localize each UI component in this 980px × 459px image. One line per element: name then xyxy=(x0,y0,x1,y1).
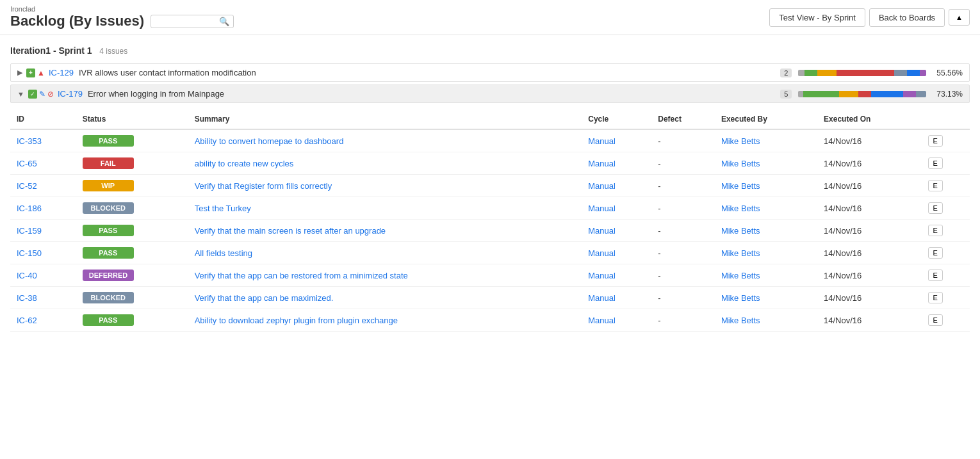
status-badge: PASS xyxy=(83,225,134,236)
content: Iteration1 - Sprint 1 4 issues ▶ + ▲ IC-… xyxy=(0,35,980,342)
cell-edit[interactable]: E xyxy=(922,175,970,197)
issue-id-ic129[interactable]: IC-129 xyxy=(49,68,74,77)
test-cases-table: ID Status Summary Cycle Defect Executed … xyxy=(10,109,970,332)
test-view-by-sprint-button[interactable]: Test View - By Sprint xyxy=(769,8,865,27)
edit-button[interactable]: E xyxy=(928,292,943,303)
cell-executed-by: Mike Betts xyxy=(715,264,817,287)
cell-executed-on: 14/Nov/16 xyxy=(817,129,921,152)
toggle-ic179[interactable]: ▼ xyxy=(17,90,24,98)
cell-summary: Verify that the app can be maximized. xyxy=(188,287,582,309)
cell-summary: ability to create new cycles xyxy=(188,152,582,175)
cell-executed-on: 14/Nov/16 xyxy=(817,220,921,242)
cell-id[interactable]: IC-150 xyxy=(10,242,76,264)
cell-executed-by: Mike Betts xyxy=(715,309,817,332)
issue-row-ic179[interactable]: ▼ ✓ ✎ ⊘ IC-179 Error when logging in fro… xyxy=(10,85,970,103)
cell-id[interactable]: IC-159 xyxy=(10,220,76,242)
search-input[interactable] xyxy=(155,17,219,26)
cell-defect: - xyxy=(651,152,715,175)
cell-cycle[interactable]: Manual xyxy=(582,129,651,152)
cell-defect: - xyxy=(651,242,715,264)
issue-row-right-ic179: 5 73.13% xyxy=(780,90,963,99)
edit-button[interactable]: E xyxy=(928,135,943,147)
edit-button[interactable]: E xyxy=(928,225,943,236)
toggle-ic129[interactable]: ▶ xyxy=(17,68,22,77)
cell-id[interactable]: IC-186 xyxy=(10,197,76,220)
cell-cycle[interactable]: Manual xyxy=(582,264,651,287)
cell-executed-on: 14/Nov/16 xyxy=(817,287,921,309)
edit-button[interactable]: E xyxy=(928,157,943,169)
cell-executed-on: 14/Nov/16 xyxy=(817,309,921,332)
cell-status: PASS xyxy=(76,309,188,332)
cell-cycle[interactable]: Manual xyxy=(582,309,651,332)
cell-cycle[interactable]: Manual xyxy=(582,220,651,242)
back-to-boards-button[interactable]: Back to Boards xyxy=(869,8,945,27)
cell-summary: Verify that the app can be restored from… xyxy=(188,264,582,287)
cell-edit[interactable]: E xyxy=(922,309,970,332)
page-title-area: Backlog (By Issues) 🔍 xyxy=(10,13,234,29)
cell-cycle[interactable]: Manual xyxy=(582,152,651,175)
edit-button[interactable]: E xyxy=(928,180,943,191)
edit-button[interactable]: E xyxy=(928,314,943,326)
cell-cycle[interactable]: Manual xyxy=(582,242,651,264)
cell-edit[interactable]: E xyxy=(922,152,970,175)
sprint-count: 4 issues xyxy=(99,47,127,56)
chevron-up-button[interactable]: ▲ xyxy=(949,9,970,26)
cell-executed-by: Mike Betts xyxy=(715,129,817,152)
cell-id[interactable]: IC-62 xyxy=(10,309,76,332)
cell-executed-by: Mike Betts xyxy=(715,220,817,242)
issue-count-ic179: 5 xyxy=(780,90,792,99)
cell-status: DEFERRED xyxy=(76,264,188,287)
cell-status: BLOCKED xyxy=(76,287,188,309)
cell-id[interactable]: IC-65 xyxy=(10,152,76,175)
issue-row-ic129[interactable]: ▶ + ▲ IC-129 IVR allows user contact inf… xyxy=(10,63,970,82)
cell-status: WIP xyxy=(76,175,188,197)
table-row: IC-62 PASS Ability to download zephyr pl… xyxy=(10,309,970,332)
cell-edit[interactable]: E xyxy=(922,287,970,309)
block-icon: ⊘ xyxy=(47,90,54,99)
status-badge: DEFERRED xyxy=(83,270,135,281)
cell-status: FAIL xyxy=(76,152,188,175)
cell-id[interactable]: IC-353 xyxy=(10,129,76,152)
progress-bar-ic179 xyxy=(798,91,926,97)
cell-edit[interactable]: E xyxy=(922,197,970,220)
col-header-cycle: Cycle xyxy=(582,109,651,129)
cell-id[interactable]: IC-38 xyxy=(10,287,76,309)
cell-cycle[interactable]: Manual xyxy=(582,175,651,197)
cell-edit[interactable]: E xyxy=(922,242,970,264)
progress-bar-ic129 xyxy=(798,70,926,76)
issue-name-ic129: IVR allows user contact information modi… xyxy=(79,68,256,77)
check-icon: ✓ xyxy=(28,90,37,99)
cell-summary: All fields testing xyxy=(188,242,582,264)
cell-id[interactable]: IC-40 xyxy=(10,264,76,287)
table-row: IC-353 PASS Ability to convert homepae t… xyxy=(10,129,970,152)
cell-cycle[interactable]: Manual xyxy=(582,287,651,309)
edit-button[interactable]: E xyxy=(928,247,943,259)
issue-row-right-ic129: 2 55.56% xyxy=(780,68,963,77)
col-header-actions xyxy=(922,109,970,129)
cell-executed-on: 14/Nov/16 xyxy=(817,242,921,264)
cell-id[interactable]: IC-52 xyxy=(10,175,76,197)
issue-id-ic179[interactable]: IC-179 xyxy=(58,89,83,99)
cell-edit[interactable]: E xyxy=(922,220,970,242)
cell-cycle[interactable]: Manual xyxy=(582,197,651,220)
cell-executed-by: Mike Betts xyxy=(715,197,817,220)
cell-defect: - xyxy=(651,309,715,332)
cell-edit[interactable]: E xyxy=(922,264,970,287)
wip-icon: ✎ xyxy=(39,90,45,99)
cell-executed-on: 14/Nov/16 xyxy=(817,152,921,175)
cell-defect: - xyxy=(651,220,715,242)
search-box[interactable]: 🔍 xyxy=(151,15,234,28)
cell-summary: Test the Turkey xyxy=(188,197,582,220)
cell-edit[interactable]: E xyxy=(922,129,970,152)
progress-pct-ic179: 73.13% xyxy=(936,90,963,99)
status-badge: BLOCKED xyxy=(83,202,134,214)
cell-defect: - xyxy=(651,287,715,309)
edit-button[interactable]: E xyxy=(928,202,943,214)
cell-defect: - xyxy=(651,175,715,197)
status-badge: PASS xyxy=(83,314,134,326)
cell-summary: Verify that the main screen is reset aft… xyxy=(188,220,582,242)
col-header-status: Status xyxy=(76,109,188,129)
edit-button[interactable]: E xyxy=(928,270,943,281)
cell-executed-on: 14/Nov/16 xyxy=(817,175,921,197)
cell-summary: Ability to convert homepae to dashboard xyxy=(188,129,582,152)
